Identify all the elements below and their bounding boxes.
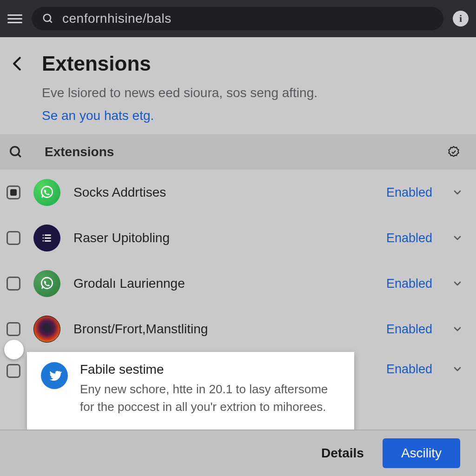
top-bar: cenfornhisine/bals i xyxy=(0,0,476,37)
chevron-down-icon[interactable] xyxy=(452,186,463,198)
whatsapp-icon xyxy=(33,179,60,206)
action-bar: Details Ascility xyxy=(0,430,476,476)
svg-point-3 xyxy=(11,147,20,156)
extension-row: Raser Upitobling Enabled xyxy=(0,215,476,261)
page-subtitle: Eve lsiored to news eed sioura, sos seng… xyxy=(42,84,434,102)
checkbox[interactable] xyxy=(7,231,20,245)
extension-row: Bronst/Frort,Manstliting Enabled xyxy=(0,306,476,352)
checkbox[interactable] xyxy=(7,277,20,291)
list-header-label: Extensions xyxy=(45,145,430,159)
extension-name: Bronst/Frort,Manstliting xyxy=(73,322,373,337)
list-icon xyxy=(33,225,60,251)
twitter-icon xyxy=(41,362,68,389)
extension-row: Grodalı Lauriennge Enabled xyxy=(0,261,476,306)
firefox-icon xyxy=(33,316,60,343)
info-icon[interactable]: i xyxy=(453,11,469,26)
address-bar[interactable]: cenfornhisine/bals xyxy=(32,7,443,30)
svg-point-10 xyxy=(43,238,44,239)
svg-line-1 xyxy=(50,20,52,23)
address-bar-text: cenfornhisine/bals xyxy=(62,11,172,26)
header-link[interactable]: Se an you hats etg. xyxy=(42,108,434,123)
extension-name: Socks Addrtises xyxy=(73,185,373,200)
list-header: Extensions xyxy=(0,134,476,170)
extension-name: Grodalı Lauriennge xyxy=(73,276,373,291)
back-button[interactable] xyxy=(7,53,28,74)
search-icon xyxy=(42,13,54,25)
search-list-icon[interactable] xyxy=(7,145,25,159)
chevron-down-icon[interactable] xyxy=(452,363,463,375)
status-label[interactable]: Enabled xyxy=(386,185,432,200)
extension-row-expanded: . Enabled Fabile sestime Eny new schore,… xyxy=(0,352,476,392)
status-label[interactable]: Enabled xyxy=(386,362,432,377)
svg-point-9 xyxy=(43,235,44,236)
extension-detail-card: Fabile sestime Eny new schore, htte in 2… xyxy=(27,352,354,430)
svg-point-0 xyxy=(44,14,51,21)
status-label[interactable]: Enabled xyxy=(386,277,432,291)
svg-point-11 xyxy=(43,240,44,242)
whatsapp-icon xyxy=(33,270,60,297)
chevron-down-icon[interactable] xyxy=(452,323,463,335)
extension-description: Eny new schore, htte in 20.1 to lasy aft… xyxy=(80,381,340,416)
menu-icon[interactable] xyxy=(7,11,22,26)
extension-name: Raser Upitobling xyxy=(73,231,373,245)
checkbox[interactable] xyxy=(7,322,20,336)
primary-action-button[interactable]: Ascility xyxy=(383,438,460,468)
status-label[interactable]: Enabled xyxy=(386,231,432,245)
chevron-down-icon[interactable] xyxy=(452,278,463,290)
chevron-down-icon[interactable] xyxy=(452,232,463,244)
checkbox[interactable] xyxy=(7,185,20,199)
page-title: Extensions xyxy=(42,52,151,75)
page-header: Extensions Eve lsiored to news eed siour… xyxy=(0,37,476,134)
checkbox[interactable] xyxy=(7,364,20,378)
extension-row: Socks Addrtises Enabled xyxy=(0,170,476,215)
svg-line-4 xyxy=(18,154,21,157)
details-button[interactable]: Details xyxy=(316,439,370,467)
verified-icon[interactable] xyxy=(444,145,463,159)
extension-name: Fabile sestime xyxy=(80,362,340,377)
status-label[interactable]: Enabled xyxy=(386,322,432,337)
